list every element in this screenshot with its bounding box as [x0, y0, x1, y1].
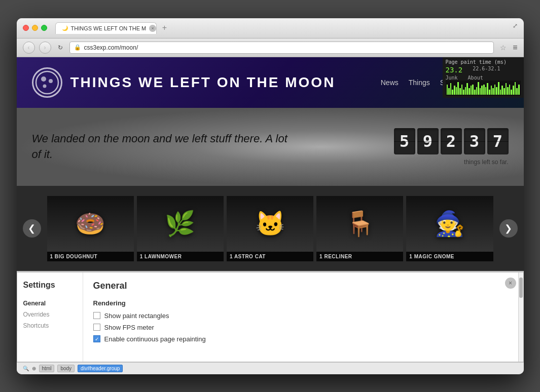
- close-window-button[interactable]: [23, 25, 29, 31]
- next-button[interactable]: ❯: [499, 219, 518, 238]
- item-card-4[interactable]: 🧙 1 MAGIC GNOME: [406, 196, 493, 261]
- items-section: ❮ 🍩 1 BIG DOUGHNUT 🌿 1 LAWNMOWER: [17, 186, 524, 271]
- svg-point-2: [49, 79, 53, 83]
- digit-0: 5: [394, 128, 415, 154]
- site-logo: THINGS WE LEFT ON THE MOON: [32, 67, 336, 98]
- traffic-lights: [23, 25, 47, 31]
- paint-values: 23.2 22.6-32.1: [446, 66, 521, 74]
- nav-news[interactable]: News: [381, 79, 399, 87]
- back-button[interactable]: ‹: [23, 42, 35, 54]
- item-image-1: 🌿: [137, 196, 224, 252]
- settings-sidebar-shortcuts[interactable]: Shortcuts: [23, 320, 77, 331]
- bookmark-button[interactable]: ☆: [500, 44, 507, 52]
- item-emoji-0: 🍩: [75, 210, 105, 238]
- forward-button[interactable]: ›: [39, 42, 51, 54]
- counter-digits: 5 9 2 3 7: [394, 128, 509, 154]
- settings-checkbox-1[interactable]: [93, 324, 100, 331]
- items-grid: 🍩 1 BIG DOUGHNUT 🌿 1 LAWNMOWER 🐱: [47, 196, 493, 261]
- item-label-1: 1 LAWNMOWER: [137, 252, 224, 261]
- item-emoji-1: 🌿: [165, 210, 195, 238]
- item-card-3[interactable]: 🪑 1 RECLINER: [316, 196, 403, 261]
- paint-bar-chart: [446, 81, 521, 96]
- maximize-window-button[interactable]: [41, 25, 47, 31]
- settings-panel: × Settings General Overrides Shortcuts G…: [17, 271, 524, 362]
- tab-title: THINGS WE LEFT ON THE M: [71, 25, 147, 31]
- settings-checkbox-0[interactable]: [93, 312, 100, 319]
- item-image-2: 🐱: [227, 196, 313, 252]
- bottom-tag-html[interactable]: html: [39, 365, 55, 372]
- counter-label: things left so far.: [394, 159, 509, 166]
- item-card-0[interactable]: 🍩 1 BIG DOUGHNUT: [47, 196, 134, 261]
- settings-title: Settings: [23, 281, 77, 290]
- bottom-tag-div[interactable]: div#header.group: [78, 365, 123, 372]
- digit-4: 7: [487, 128, 509, 154]
- bottom-zoom-icon: ⊕: [32, 366, 36, 371]
- paint-main-value: 23.2: [446, 66, 463, 74]
- digit-1: 9: [417, 128, 439, 154]
- paint-junk-link[interactable]: Junk: [446, 75, 458, 81]
- svg-point-3: [43, 84, 46, 88]
- item-image-0: 🍩: [47, 196, 134, 252]
- digit-3: 3: [464, 128, 485, 154]
- item-emoji-3: 🪑: [345, 210, 375, 238]
- settings-option-0: Show paint rectangles: [93, 312, 508, 320]
- settings-section-title: Rendering: [93, 299, 508, 307]
- item-label-2: 1 ASTRO CAT: [227, 252, 313, 261]
- tab-favicon: 🌙: [62, 25, 68, 31]
- expand-button[interactable]: ⤢: [513, 22, 518, 29]
- item-label-0: 1 BIG DOUGHNUT: [47, 252, 134, 261]
- item-emoji-2: 🐱: [255, 210, 285, 238]
- counter-section: 5 9 2 3 7 things left so far.: [394, 128, 509, 166]
- settings-sidebar: Settings General Overrides Shortcuts: [17, 272, 83, 362]
- bottom-bar: 🔍 ⊕ html body div#header.group: [17, 362, 524, 374]
- paint-about-link[interactable]: About: [468, 75, 483, 81]
- settings-option-label-0: Show paint rectangles: [104, 312, 169, 320]
- settings-option-1: Show FPS meter: [93, 324, 508, 331]
- settings-main-title: General: [93, 281, 508, 291]
- digit-2: 2: [441, 128, 462, 154]
- paint-title: Page paint time (ms): [446, 59, 521, 65]
- hero-section: We landed on the moon and we left stuff …: [17, 108, 524, 186]
- browser-window: 🌙 THINGS WE LEFT ON THE M × + ⤢ ‹ › ↻ 🔒 …: [17, 18, 524, 374]
- lock-icon: 🔒: [74, 44, 81, 51]
- bottom-tag-body[interactable]: body: [57, 365, 75, 372]
- nav-bar: ‹ › ↻ 🔒 css3exp.com/moon/ ☆ ≡: [17, 38, 524, 57]
- tab-close-button[interactable]: ×: [149, 25, 156, 32]
- settings-option-label-2: Enable continuous page repainting: [104, 335, 206, 343]
- prev-button[interactable]: ❮: [23, 219, 41, 238]
- item-card-1[interactable]: 🌿 1 LAWNMOWER: [137, 196, 224, 261]
- logo-svg: [34, 70, 60, 95]
- address-bar[interactable]: 🔒 css3exp.com/moon/: [69, 42, 494, 54]
- hero-text: We landed on the moon and we left stuff …: [32, 131, 294, 163]
- minimize-window-button[interactable]: [32, 25, 38, 31]
- logo-icon: [32, 67, 62, 98]
- nav-things[interactable]: Things: [409, 79, 430, 87]
- website-content: Page paint time (ms) 23.2 22.6-32.1 Junk…: [17, 57, 524, 271]
- item-label-4: 1 MAGIC GNOME: [406, 252, 493, 261]
- settings-option-label-1: Show FPS meter: [104, 324, 154, 331]
- scrollbar-thumb[interactable]: [519, 278, 523, 298]
- browser-tab[interactable]: 🌙 THINGS WE LEFT ON THE M ×: [55, 22, 157, 34]
- tab-bar: 🌙 THINGS WE LEFT ON THE M × +: [55, 22, 518, 34]
- paint-nav: Junk About: [446, 75, 521, 81]
- new-tab-button[interactable]: +: [159, 23, 171, 33]
- refresh-button[interactable]: ↻: [55, 43, 65, 53]
- item-card-2[interactable]: 🐱 1 ASTRO CAT: [227, 196, 313, 261]
- paint-range-value: 22.6-32.1: [473, 66, 500, 74]
- site-title: THINGS WE LEFT ON THE MOON: [70, 74, 336, 91]
- item-emoji-4: 🧙: [435, 210, 465, 238]
- svg-point-0: [36, 71, 58, 94]
- settings-main: General Rendering Show paint rectangles …: [83, 272, 518, 362]
- svg-point-1: [41, 76, 46, 82]
- paint-time-overlay: Page paint time (ms) 23.2 22.6-32.1 Junk…: [443, 57, 524, 98]
- address-text: css3exp.com/moon/: [84, 44, 490, 51]
- bottom-inspect-icon: 🔍: [23, 366, 29, 371]
- item-image-3: 🪑: [316, 196, 403, 252]
- settings-option-2: Enable continuous page repainting: [93, 335, 508, 343]
- browser-menu-button[interactable]: ≡: [513, 43, 517, 52]
- settings-sidebar-overrides[interactable]: Overrides: [23, 309, 77, 320]
- settings-sidebar-general[interactable]: General: [23, 298, 77, 309]
- item-label-3: 1 RECLINER: [316, 252, 403, 261]
- settings-scrollbar[interactable]: [518, 272, 523, 362]
- settings-checkbox-2[interactable]: [93, 335, 100, 342]
